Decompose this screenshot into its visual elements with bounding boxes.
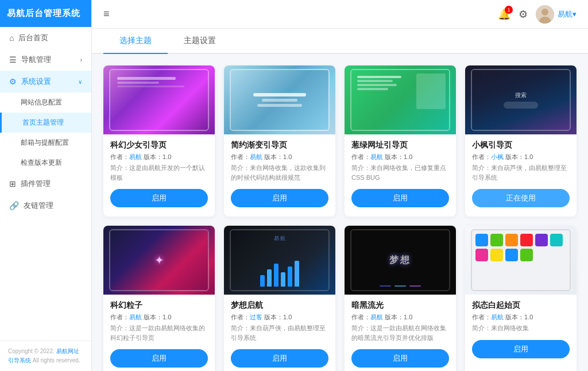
sidebar-copyright: Copyright © 2022. 易航网址引导系统 All rights re… (0, 341, 91, 371)
theme-enable-button[interactable]: 启用 (351, 189, 449, 207)
theme-info: 科幻少女引导页 作者：易航 版本：1.0 简介：这是由易航开发的一个默认模板 (103, 134, 215, 182)
theme-info: 梦想启航 作者：过客 版本：1.0 简介：来自葫芦侠，由易航整理至引导系统 (224, 295, 335, 342)
theme-card-simple: 简约渐变引导页 作者：易航 版本：1.0 简介：来自网络收集，这款收集到的时候代… (224, 65, 335, 217)
theme-meta-author: 作者：过客 版本：1.0 (231, 313, 328, 322)
settings-icon: ⚙ (9, 77, 17, 86)
theme-btn-wrap: 启用 (224, 342, 335, 368)
theme-card-dark: 梦想 暗黑流光 作者：易航 版本：1.0 (345, 226, 456, 371)
theme-desc: 简介：来自葫芦侠，由易航整理至引导系统 (231, 323, 328, 342)
theme-btn-wrap: 启用 (103, 182, 215, 207)
content-area: 选择主题 主题设置 (92, 29, 588, 371)
theme-desc: 简介：来自网络收集，这款收集到的时候代码结构就很规范 (231, 163, 328, 182)
sidebar-item-label: 系统设置 (21, 76, 51, 87)
theme-title: 简约渐变引导页 (231, 140, 328, 150)
theme-meta-author: 作者：小枫 版本：1.0 (472, 153, 570, 161)
theme-meta-author: 作者：易航 版本：1.0 (472, 313, 570, 322)
sidebar-logo: 易航后台管理系统 (0, 0, 91, 27)
theme-active-button[interactable]: 正在使用 (472, 189, 570, 207)
theme-enable-button[interactable]: 启用 (231, 189, 328, 207)
home-icon: ⌂ (9, 33, 14, 42)
theme-meta-author: 作者：易航 版本：1.0 (110, 313, 208, 322)
theme-info: 葱绿网址引导页 作者：易航 版本：1.0 简介：来自网络收集，已修复重点CSS … (345, 134, 456, 182)
theme-title: 梦想启航 (231, 300, 328, 311)
theme-info: 暗黑流光 作者：易航 版本：1.0 简介：这是一款由易航在网络收集的暗黑流光引导… (345, 295, 456, 342)
user-name: 易航▾ (558, 9, 577, 20)
theme-title: 暗黑流光 (351, 300, 449, 311)
sidebar-item-plugin[interactable]: ⊞ 插件管理 (0, 173, 91, 195)
theme-desc: 简介：来自网络收集，已修复重点CSS BUG (351, 163, 449, 182)
theme-grid: 科幻少女引导页 作者：易航 版本：1.0 简介：这是由易航开发的一个默认模板 启… (92, 54, 588, 371)
sidebar-sub-site-info[interactable]: 网站信息配置 (0, 92, 91, 113)
theme-btn-wrap: 启用 (224, 182, 335, 207)
tab-select-theme[interactable]: 选择主题 (103, 29, 168, 54)
sidebar-item-label: 友链管理 (24, 200, 53, 211)
avatar-image (536, 5, 554, 24)
svg-point-1 (541, 9, 548, 16)
theme-meta-author: 作者：易航 版本：1.0 (110, 153, 208, 161)
notification-button[interactable]: 🔔 1 (498, 8, 510, 21)
sidebar-item-settings[interactable]: ⚙ 系统设置 ∨ (0, 71, 91, 92)
theme-desc: 简介：这是由易航开发的一个默认模板 (110, 163, 208, 182)
link-icon: 🔗 (9, 201, 19, 210)
theme-author-link[interactable]: 易航 (129, 314, 142, 320)
sidebar-item-label: 插件管理 (21, 179, 51, 189)
theme-enable-button[interactable]: 启用 (472, 340, 570, 358)
theme-author-link[interactable]: 过客 (250, 314, 262, 320)
theme-meta-author: 作者：易航 版本：1.0 (351, 153, 449, 161)
header-right: 🔔 1 ⚙ 易航▾ (498, 5, 577, 24)
theme-enable-button[interactable]: 启用 (351, 349, 449, 368)
theme-card-xiaofeng: 搜索 小枫引导页 作者：小枫 版本：1.0 简介：来自葫芦侠，由易航整理至引导系… (465, 65, 577, 217)
theme-btn-wrap: 正在使用 (465, 182, 577, 207)
sidebar-sub-theme[interactable]: 首页主题管理 (0, 113, 91, 133)
theme-info: 简约渐变引导页 作者：易航 版本：1.0 简介：来自网络收集，这款收集到的时候代… (224, 134, 335, 182)
theme-btn-wrap: 启用 (103, 342, 215, 368)
theme-card-particle: ✦ 科幻粒子 作者：易航 版本：1.0 简介：这是一款由易航网络收集的科幻粒子引… (103, 226, 215, 371)
notification-badge: 1 (505, 6, 513, 14)
tab-label: 主题设置 (184, 36, 216, 45)
tab-bar: 选择主题 主题设置 (92, 29, 588, 54)
avatar (536, 5, 554, 24)
chevron-down-icon: ∨ (78, 79, 82, 85)
sidebar-item-label: 后台首页 (18, 33, 48, 43)
theme-enable-button[interactable]: 启用 (110, 189, 208, 207)
theme-meta-author: 作者：易航 版本：1.0 (351, 313, 449, 322)
theme-info: 小枫引导页 作者：小枫 版本：1.0 简介：来自葫芦侠，由易航整理至引导系统 (465, 134, 577, 182)
theme-author-link[interactable]: 易航 (491, 314, 504, 320)
plugin-icon: ⊞ (9, 179, 16, 188)
sidebar-item-friends[interactable]: 🔗 友链管理 (0, 195, 91, 217)
theme-title: 葱绿网址引导页 (351, 140, 449, 150)
header-left: ≡ (103, 8, 110, 20)
chevron-right-icon: › (80, 57, 82, 63)
theme-title: 科幻粒子 (110, 300, 208, 311)
theme-author-link[interactable]: 易航 (370, 314, 383, 320)
theme-btn-wrap: 启用 (345, 342, 456, 368)
theme-card-start: 拟态白起始页 作者：易航 版本：1.0 简介：来自网络收集 启用 (465, 226, 577, 371)
sidebar-item-nav[interactable]: ☰ 导航管理 › (0, 49, 91, 71)
menu-toggle-button[interactable]: ≡ (103, 8, 110, 20)
sidebar-sub-version[interactable]: 检查版本更新 (0, 153, 91, 173)
theme-desc: 简介：这是一款由易航网络收集的科幻粒子引导页 (110, 323, 208, 342)
tab-label: 选择主题 (119, 36, 152, 45)
user-avatar-area[interactable]: 易航▾ (536, 5, 577, 24)
theme-enable-button[interactable]: 启用 (231, 349, 328, 368)
tab-theme-settings[interactable]: 主题设置 (168, 29, 232, 54)
theme-author-link[interactable]: 易航 (370, 153, 383, 160)
theme-meta-author: 作者：易航 版本：1.0 (231, 153, 328, 161)
sidebar-sub-email[interactable]: 邮箱与提醒配置 (0, 133, 91, 153)
submenu-label: 网站信息配置 (21, 98, 62, 106)
theme-author-link[interactable]: 小枫 (491, 153, 504, 160)
settings-button[interactable]: ⚙ (519, 8, 528, 21)
theme-desc: 简介：这是一款由易航在网络收集的暗黑流光引导页并优化排版 (351, 323, 449, 342)
theme-thumbnail: 易 航 (224, 226, 335, 295)
theme-author-link[interactable]: 易航 (250, 153, 262, 160)
submenu-label: 检查版本更新 (21, 159, 62, 167)
submenu-label: 首页主题管理 (22, 118, 64, 126)
settings-submenu: 网站信息配置 首页主题管理 邮箱与提醒配置 检查版本更新 (0, 92, 91, 173)
theme-author-link[interactable]: 易航 (129, 153, 142, 160)
sidebar-item-home[interactable]: ⌂ 后台首页 (0, 27, 91, 49)
theme-enable-button[interactable]: 启用 (110, 349, 208, 368)
sidebar-item-label: 导航管理 (21, 55, 51, 65)
sidebar: 易航后台管理系统 ⌂ 后台首页 ☰ 导航管理 › ⚙ 系统设置 ∨ 网站信息配置… (0, 0, 92, 371)
theme-thumbnail: 梦想 (345, 226, 456, 295)
theme-thumbnail (224, 65, 335, 134)
